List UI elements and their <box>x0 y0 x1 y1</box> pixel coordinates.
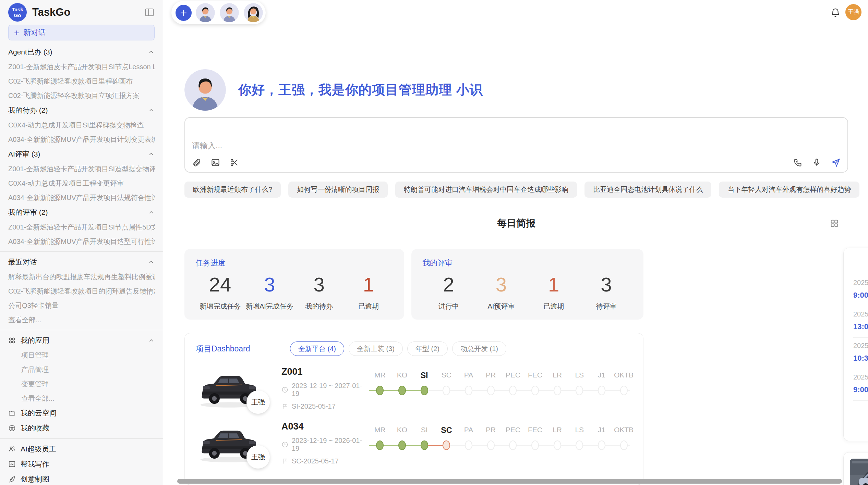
flag-icon <box>281 458 288 464</box>
mic-icon[interactable] <box>812 158 821 167</box>
milestone-label: J1 <box>591 371 613 380</box>
my-apps-item[interactable]: 变更管理 <box>8 377 155 391</box>
dashboard-filter-chip[interactable]: 全新平台 (4) <box>290 341 344 356</box>
milestone-node[interactable] <box>398 386 406 395</box>
new-chat-button[interactable]: + 新对话 <box>8 25 155 40</box>
milestone-node[interactable] <box>598 386 605 395</box>
my-apps-item[interactable]: 项目管理 <box>8 348 155 362</box>
sidebar-list-item[interactable]: A034-全新新能源MUV产品开发项目造型可行性评审 <box>8 234 155 249</box>
horizontal-scrollbar[interactable] <box>177 479 842 484</box>
ai-employee-label: AI超级员工 <box>21 444 56 454</box>
panel-collapse-icon[interactable] <box>144 7 155 17</box>
milestone-node-holder <box>546 386 568 395</box>
clock-icon <box>281 441 288 448</box>
sidebar-list-item[interactable]: C02-飞腾新能源轻客改款项目的闭环通告反馈情况 <box>8 284 155 298</box>
milestone-node[interactable] <box>398 440 406 450</box>
milestone-node[interactable] <box>465 440 472 450</box>
milestone-node[interactable] <box>443 440 450 450</box>
sidebar-item-ai-employee[interactable]: AI超级员工 <box>8 442 155 457</box>
milestone-node[interactable] <box>509 386 517 395</box>
milestone-node[interactable] <box>531 440 539 450</box>
milestone-label: PA <box>458 426 480 435</box>
suggestion-chip[interactable]: 比亚迪全固态电池计划具体说了什么 <box>584 182 711 198</box>
send-icon[interactable] <box>831 158 841 167</box>
milestone-node[interactable] <box>598 440 605 450</box>
sidebar-item-my-apps[interactable]: 我的应用 <box>8 333 155 348</box>
milestone-node[interactable] <box>576 440 583 450</box>
stat-cell: 3新增AI完成任务 <box>245 272 294 311</box>
milestone-node-holder <box>524 386 546 395</box>
sidebar-list-item[interactable]: C02-飞腾新能源轻客改款项目立项汇报方案 <box>8 88 155 103</box>
grid-icon[interactable] <box>830 219 839 228</box>
milestone-node[interactable] <box>554 440 561 450</box>
logo-line2: Go <box>14 12 21 18</box>
scissors-icon[interactable] <box>230 158 239 167</box>
stat-cell: 2进行中 <box>422 272 475 311</box>
sidebar-list-item[interactable]: C0X4-动力总成开发项目工程变更评审 <box>8 176 155 190</box>
sidebar-list-item[interactable]: A034-全新新能源MUV产品开发项目法规符合性评审 <box>8 190 155 205</box>
suggestion-chip[interactable]: 如何写一份清晰的项目周报 <box>288 182 388 198</box>
my-apps-item[interactable]: 产品管理 <box>8 362 155 377</box>
sidebar-list-item[interactable]: Z001-全新燃油轻卡产品开发项目SI节点属性5D文件评审 <box>8 220 155 234</box>
divider <box>0 438 163 439</box>
greeting: 你好，王强，我是你的项目管理助理 小识 <box>184 69 483 111</box>
milestone-node[interactable] <box>443 386 450 395</box>
project-row: 王强Z0012023-12-19 ~ 2027-01-19SI-2025-05-… <box>196 365 632 412</box>
milestone-node[interactable] <box>421 440 428 450</box>
milestone-node[interactable] <box>620 440 628 450</box>
dashboard-filter-chip[interactable]: 全新上装 (3) <box>349 341 403 356</box>
sidebar-list-item[interactable]: 公司Q3轻卡销量 <box>8 298 155 313</box>
chat-input-box[interactable]: 请输入... <box>184 117 848 173</box>
sidebar-list-item[interactable]: Z001-全新燃油皮卡产品开发项目SI节点Lesson Learn报告 <box>8 60 155 74</box>
sidebar-list-item[interactable]: C02-飞腾新能源轻客改款项目里程碑画布 <box>8 74 155 88</box>
milestone-node[interactable] <box>376 386 384 395</box>
sidebar-list-item[interactable]: 查看全部... <box>8 313 155 327</box>
sidebar-item-help-write[interactable]: 帮我写作 <box>8 457 155 472</box>
write-icon <box>8 460 16 468</box>
image-icon[interactable] <box>211 158 220 167</box>
milestone-node[interactable] <box>620 386 628 395</box>
milestone-node[interactable] <box>509 440 517 450</box>
right-rail: 日程 2025/03/119:00-10:00C001-立项审批会加入2025/… <box>843 248 868 485</box>
sidebar-section-header[interactable]: AI评审 (3) <box>8 147 155 162</box>
milestone-node[interactable] <box>487 440 495 450</box>
sidebar-section-header[interactable]: 最近对话 <box>8 254 155 270</box>
milestone-node[interactable] <box>376 440 384 450</box>
sidebar-item-cloud-space[interactable]: 我的云空间 <box>8 406 155 421</box>
suggestion-chip[interactable]: 当下年轻人对汽车外观有怎样的喜好趋势 <box>719 182 859 198</box>
sidebar-list-item[interactable]: A034-全新新能源MUV产品开发项目计划变更表编写 <box>8 132 155 147</box>
sidebar-list-item[interactable]: 解释最新出台的欧盟报废车法规再生塑料比例被调至15%... <box>8 270 155 284</box>
sidebar-item-creative-draw[interactable]: 创意制图 <box>8 472 155 485</box>
milestone-label: J1 <box>591 426 613 435</box>
sidebar-list-item[interactable]: Z001-全新燃油轻卡产品开发项目SI造型提交物评审 <box>8 162 155 176</box>
apps-grid-icon <box>8 337 16 344</box>
paperclip-icon[interactable] <box>192 158 201 167</box>
app-logo: Task Go <box>8 3 27 22</box>
milestone-node[interactable] <box>554 386 561 395</box>
milestone-node[interactable] <box>576 386 583 395</box>
milestone-node[interactable] <box>421 386 428 395</box>
suggestion-chip[interactable]: 欧洲新规最近颁布了什么? <box>184 182 281 198</box>
sidebar-section-header[interactable]: Agent已办 (3) <box>8 45 155 60</box>
project-owner-badge[interactable]: 王强 <box>246 445 270 469</box>
my-apps-item[interactable]: 查看全部... <box>8 391 155 406</box>
view-all-schedule-link[interactable]: 查看所有日程 <box>853 407 868 418</box>
milestone-node[interactable] <box>487 386 495 395</box>
suggestion-chip[interactable]: 特朗普可能对进口汽车增税会对中国车企造成哪些影响 <box>395 182 577 198</box>
event-time: 9:00-10:00 <box>853 385 868 394</box>
dashboard-filter-chip[interactable]: 年型 (2) <box>407 341 448 356</box>
sidebar-list-item[interactable]: C0X4-动力总成开发项目SI里程碑提交物检查 <box>8 118 155 132</box>
milestone-label: LS <box>568 371 591 380</box>
dashboard-filter-chip[interactable]: 动总开发 (1) <box>452 341 506 356</box>
milestone-node[interactable] <box>531 386 539 395</box>
phone-icon[interactable] <box>793 158 803 167</box>
milestone-node-holder <box>502 440 524 450</box>
sidebar-item-favorites[interactable]: 我的收藏 <box>8 421 155 436</box>
milestone-node-holder <box>369 440 391 450</box>
sidebar-section-header[interactable]: 我的评审 (2) <box>8 205 155 220</box>
sidebar-section-header[interactable]: 我的待办 (2) <box>8 103 155 118</box>
project-milestone-date: SI-2025-05-17 <box>292 402 336 410</box>
project-owner-badge[interactable]: 王强 <box>246 390 270 414</box>
news-card[interactable]: 小鹏飞行汽车制造公司增资 天眼查 App 显示，近日广州汇天飞行汽... <box>843 452 868 485</box>
milestone-node[interactable] <box>465 386 472 395</box>
